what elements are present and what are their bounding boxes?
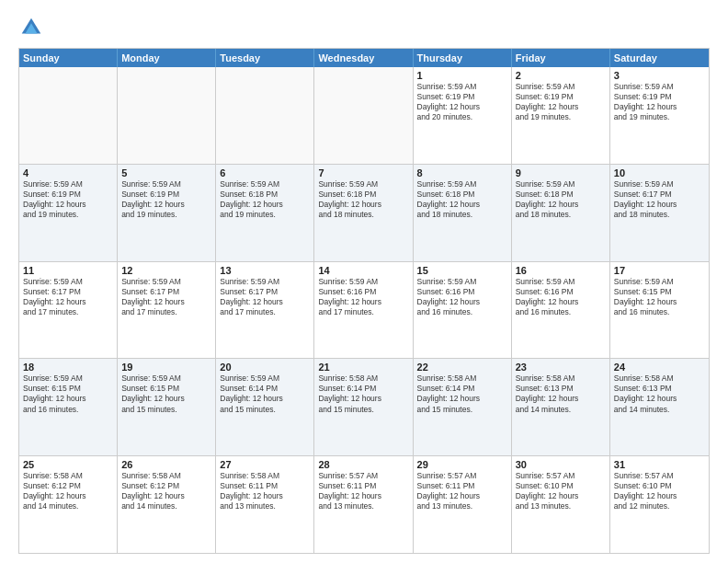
calendar-cell: 1Sunrise: 5:59 AM Sunset: 6:19 PM Daylig… <box>414 67 512 164</box>
calendar-cell: 19Sunrise: 5:59 AM Sunset: 6:15 PM Dayli… <box>118 359 216 455</box>
day-number: 29 <box>417 459 507 470</box>
day-number: 16 <box>516 265 606 276</box>
calendar-cell <box>118 67 216 164</box>
day-info: Sunrise: 5:57 AM Sunset: 6:10 PM Dayligh… <box>614 471 705 511</box>
day-number: 30 <box>516 459 606 470</box>
header-day-friday: Friday <box>512 49 610 67</box>
day-info: Sunrise: 5:59 AM Sunset: 6:15 PM Dayligh… <box>614 277 705 317</box>
day-number: 2 <box>516 70 606 81</box>
day-number: 24 <box>614 362 705 373</box>
day-number: 31 <box>614 459 705 470</box>
calendar-cell: 16Sunrise: 5:59 AM Sunset: 6:16 PM Dayli… <box>512 262 610 359</box>
calendar-body: 1Sunrise: 5:59 AM Sunset: 6:19 PM Daylig… <box>19 67 709 553</box>
calendar-cell: 6Sunrise: 5:59 AM Sunset: 6:18 PM Daylig… <box>216 165 314 261</box>
calendar-row-2: 4Sunrise: 5:59 AM Sunset: 6:19 PM Daylig… <box>19 164 709 261</box>
day-number: 23 <box>516 362 606 373</box>
calendar-cell: 26Sunrise: 5:58 AM Sunset: 6:12 PM Dayli… <box>118 456 216 553</box>
day-info: Sunrise: 5:57 AM Sunset: 6:11 PM Dayligh… <box>417 471 507 511</box>
day-info: Sunrise: 5:59 AM Sunset: 6:15 PM Dayligh… <box>121 373 211 414</box>
calendar-row-4: 18Sunrise: 5:59 AM Sunset: 6:15 PM Dayli… <box>19 358 709 455</box>
day-info: Sunrise: 5:58 AM Sunset: 6:14 PM Dayligh… <box>417 373 507 414</box>
day-info: Sunrise: 5:57 AM Sunset: 6:11 PM Dayligh… <box>318 471 408 511</box>
calendar-cell: 2Sunrise: 5:59 AM Sunset: 6:19 PM Daylig… <box>512 67 610 164</box>
day-number: 5 <box>121 167 211 178</box>
day-number: 17 <box>614 265 705 276</box>
calendar-cell: 13Sunrise: 5:59 AM Sunset: 6:17 PM Dayli… <box>216 262 314 359</box>
day-number: 13 <box>220 265 310 276</box>
calendar-cell: 11Sunrise: 5:59 AM Sunset: 6:17 PM Dayli… <box>19 262 118 359</box>
calendar-cell: 21Sunrise: 5:58 AM Sunset: 6:14 PM Dayli… <box>314 359 413 455</box>
calendar-cell: 5Sunrise: 5:59 AM Sunset: 6:19 PM Daylig… <box>118 165 216 261</box>
calendar-cell: 17Sunrise: 5:59 AM Sunset: 6:15 PM Dayli… <box>610 262 709 359</box>
day-number: 28 <box>318 459 408 470</box>
day-number: 9 <box>516 167 606 178</box>
logo <box>18 15 48 40</box>
calendar-row-5: 25Sunrise: 5:58 AM Sunset: 6:12 PM Dayli… <box>19 455 709 553</box>
calendar-cell: 4Sunrise: 5:59 AM Sunset: 6:19 PM Daylig… <box>19 165 118 261</box>
calendar-cell: 7Sunrise: 5:59 AM Sunset: 6:18 PM Daylig… <box>314 165 413 261</box>
day-info: Sunrise: 5:59 AM Sunset: 6:19 PM Dayligh… <box>23 179 113 220</box>
day-info: Sunrise: 5:59 AM Sunset: 6:18 PM Dayligh… <box>318 179 408 220</box>
calendar-cell: 14Sunrise: 5:59 AM Sunset: 6:16 PM Dayli… <box>314 262 413 359</box>
calendar-cell: 20Sunrise: 5:59 AM Sunset: 6:14 PM Dayli… <box>216 359 314 455</box>
calendar-cell: 25Sunrise: 5:58 AM Sunset: 6:12 PM Dayli… <box>19 456 118 553</box>
calendar-cell <box>19 67 118 164</box>
logo-icon <box>18 15 44 40</box>
day-info: Sunrise: 5:59 AM Sunset: 6:16 PM Dayligh… <box>318 277 408 317</box>
day-info: Sunrise: 5:58 AM Sunset: 6:13 PM Dayligh… <box>516 373 606 414</box>
calendar-cell: 9Sunrise: 5:59 AM Sunset: 6:18 PM Daylig… <box>512 165 610 261</box>
calendar-cell: 18Sunrise: 5:59 AM Sunset: 6:15 PM Dayli… <box>19 359 118 455</box>
calendar-row-3: 11Sunrise: 5:59 AM Sunset: 6:17 PM Dayli… <box>19 261 709 359</box>
day-number: 21 <box>318 362 408 373</box>
day-info: Sunrise: 5:59 AM Sunset: 6:17 PM Dayligh… <box>220 277 310 317</box>
header-day-wednesday: Wednesday <box>314 49 413 67</box>
calendar-cell: 8Sunrise: 5:59 AM Sunset: 6:18 PM Daylig… <box>414 165 512 261</box>
day-number: 18 <box>23 362 113 373</box>
day-info: Sunrise: 5:59 AM Sunset: 6:17 PM Dayligh… <box>23 277 113 317</box>
day-info: Sunrise: 5:58 AM Sunset: 6:12 PM Dayligh… <box>23 471 113 511</box>
day-number: 27 <box>220 459 310 470</box>
day-info: Sunrise: 5:58 AM Sunset: 6:14 PM Dayligh… <box>318 373 408 414</box>
header-day-thursday: Thursday <box>414 49 512 67</box>
day-info: Sunrise: 5:59 AM Sunset: 6:19 PM Dayligh… <box>417 82 507 122</box>
day-info: Sunrise: 5:59 AM Sunset: 6:18 PM Dayligh… <box>516 179 606 220</box>
calendar-cell: 30Sunrise: 5:57 AM Sunset: 6:10 PM Dayli… <box>512 456 610 553</box>
calendar-cell <box>314 67 413 164</box>
day-number: 11 <box>23 265 113 276</box>
day-number: 20 <box>220 362 310 373</box>
day-info: Sunrise: 5:59 AM Sunset: 6:18 PM Dayligh… <box>220 179 310 220</box>
header-day-tuesday: Tuesday <box>216 49 314 67</box>
calendar: SundayMondayTuesdayWednesdayThursdayFrid… <box>18 48 710 554</box>
day-info: Sunrise: 5:59 AM Sunset: 6:19 PM Dayligh… <box>516 82 606 122</box>
calendar-cell: 28Sunrise: 5:57 AM Sunset: 6:11 PM Dayli… <box>314 456 413 553</box>
day-info: Sunrise: 5:58 AM Sunset: 6:11 PM Dayligh… <box>220 471 310 511</box>
day-number: 3 <box>614 70 705 81</box>
day-number: 25 <box>23 459 113 470</box>
day-number: 6 <box>220 167 310 178</box>
day-number: 12 <box>121 265 211 276</box>
calendar-cell: 27Sunrise: 5:58 AM Sunset: 6:11 PM Dayli… <box>216 456 314 553</box>
calendar-cell: 3Sunrise: 5:59 AM Sunset: 6:19 PM Daylig… <box>610 67 709 164</box>
calendar-cell: 23Sunrise: 5:58 AM Sunset: 6:13 PM Dayli… <box>512 359 610 455</box>
day-info: Sunrise: 5:59 AM Sunset: 6:19 PM Dayligh… <box>121 179 211 220</box>
calendar-cell <box>216 67 314 164</box>
day-number: 1 <box>417 70 507 81</box>
calendar-cell: 22Sunrise: 5:58 AM Sunset: 6:14 PM Dayli… <box>414 359 512 455</box>
calendar-row-1: 1Sunrise: 5:59 AM Sunset: 6:19 PM Daylig… <box>19 67 709 164</box>
day-number: 14 <box>318 265 408 276</box>
day-info: Sunrise: 5:59 AM Sunset: 6:15 PM Dayligh… <box>23 373 113 414</box>
day-number: 4 <box>23 167 113 178</box>
calendar-cell: 10Sunrise: 5:59 AM Sunset: 6:17 PM Dayli… <box>610 165 709 261</box>
header-day-monday: Monday <box>118 49 216 67</box>
day-number: 26 <box>121 459 211 470</box>
calendar-cell: 24Sunrise: 5:58 AM Sunset: 6:13 PM Dayli… <box>610 359 709 455</box>
day-number: 22 <box>417 362 507 373</box>
header <box>18 15 710 40</box>
header-day-sunday: Sunday <box>19 49 118 67</box>
calendar-cell: 15Sunrise: 5:59 AM Sunset: 6:16 PM Dayli… <box>414 262 512 359</box>
day-info: Sunrise: 5:58 AM Sunset: 6:13 PM Dayligh… <box>614 373 705 414</box>
calendar-cell: 12Sunrise: 5:59 AM Sunset: 6:17 PM Dayli… <box>118 262 216 359</box>
day-info: Sunrise: 5:59 AM Sunset: 6:16 PM Dayligh… <box>417 277 507 317</box>
day-info: Sunrise: 5:59 AM Sunset: 6:19 PM Dayligh… <box>614 82 705 122</box>
day-info: Sunrise: 5:58 AM Sunset: 6:12 PM Dayligh… <box>121 471 211 511</box>
